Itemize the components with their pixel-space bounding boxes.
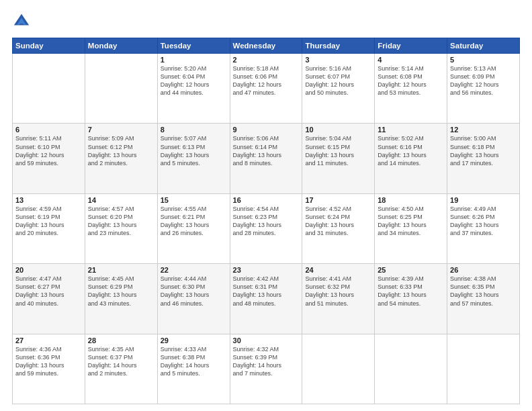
day-number: 8	[161, 126, 227, 134]
day-number: 2	[233, 56, 300, 64]
calendar-cell: 7Sunrise: 5:09 AM Sunset: 6:12 PM Daylig…	[85, 124, 157, 193]
day-number: 3	[305, 56, 371, 64]
calendar-header-sunday: Sunday	[13, 38, 85, 54]
calendar-cell: 22Sunrise: 4:44 AM Sunset: 6:30 PM Dayli…	[157, 264, 230, 334]
calendar-cell: 10Sunrise: 5:04 AM Sunset: 6:15 PM Dayli…	[302, 124, 375, 193]
calendar-header-monday: Monday	[85, 38, 157, 54]
calendar-cell	[13, 54, 85, 124]
calendar-cell: 2Sunrise: 5:18 AM Sunset: 6:06 PM Daylig…	[230, 54, 302, 124]
day-number: 22	[161, 266, 227, 274]
day-number: 30	[233, 336, 300, 345]
day-info: Sunrise: 5:13 AM Sunset: 6:09 PM Dayligh…	[450, 64, 517, 97]
calendar-week-5: 27Sunrise: 4:36 AM Sunset: 6:36 PM Dayli…	[13, 334, 520, 404]
day-number: 29	[161, 336, 227, 345]
day-number: 15	[161, 196, 227, 204]
day-number: 5	[450, 56, 517, 64]
calendar-cell: 3Sunrise: 5:16 AM Sunset: 6:07 PM Daylig…	[302, 54, 375, 124]
calendar-cell: 26Sunrise: 4:38 AM Sunset: 6:35 PM Dayli…	[447, 264, 520, 334]
day-info: Sunrise: 4:35 AM Sunset: 6:37 PM Dayligh…	[88, 345, 154, 378]
calendar-cell: 12Sunrise: 5:00 AM Sunset: 6:18 PM Dayli…	[447, 124, 520, 193]
day-number: 25	[378, 266, 444, 274]
calendar-cell: 14Sunrise: 4:57 AM Sunset: 6:20 PM Dayli…	[85, 193, 157, 263]
day-number: 23	[233, 266, 300, 274]
day-info: Sunrise: 4:59 AM Sunset: 6:19 PM Dayligh…	[15, 205, 82, 238]
day-number: 7	[88, 126, 154, 134]
day-number: 27	[15, 336, 82, 345]
calendar-header-thursday: Thursday	[302, 38, 375, 54]
calendar-cell: 4Sunrise: 5:14 AM Sunset: 6:08 PM Daylig…	[375, 54, 447, 124]
calendar-cell: 23Sunrise: 4:42 AM Sunset: 6:31 PM Dayli…	[230, 264, 302, 334]
calendar-cell: 21Sunrise: 4:45 AM Sunset: 6:29 PM Dayli…	[85, 264, 157, 334]
day-info: Sunrise: 4:39 AM Sunset: 6:33 PM Dayligh…	[378, 275, 444, 308]
day-number: 4	[378, 56, 444, 64]
calendar-cell	[85, 54, 157, 124]
day-info: Sunrise: 5:00 AM Sunset: 6:18 PM Dayligh…	[450, 134, 517, 167]
calendar-cell: 17Sunrise: 4:52 AM Sunset: 6:24 PM Dayli…	[302, 193, 375, 263]
calendar-cell: 29Sunrise: 4:33 AM Sunset: 6:38 PM Dayli…	[157, 334, 230, 404]
calendar-cell: 19Sunrise: 4:49 AM Sunset: 6:26 PM Dayli…	[447, 193, 520, 263]
day-info: Sunrise: 4:57 AM Sunset: 6:20 PM Dayligh…	[88, 205, 154, 238]
calendar-cell: 18Sunrise: 4:50 AM Sunset: 6:25 PM Dayli…	[375, 193, 447, 263]
calendar-cell: 13Sunrise: 4:59 AM Sunset: 6:19 PM Dayli…	[13, 193, 85, 263]
calendar-cell: 15Sunrise: 4:55 AM Sunset: 6:21 PM Dayli…	[157, 193, 230, 263]
logo	[12, 12, 34, 31]
calendar-cell	[302, 334, 375, 404]
day-number: 28	[88, 336, 154, 345]
calendar-week-1: 1Sunrise: 5:20 AM Sunset: 6:04 PM Daylig…	[13, 54, 520, 124]
calendar-cell: 1Sunrise: 5:20 AM Sunset: 6:04 PM Daylig…	[157, 54, 230, 124]
calendar-cell	[447, 334, 520, 404]
calendar-header-wednesday: Wednesday	[230, 38, 302, 54]
day-info: Sunrise: 5:07 AM Sunset: 6:13 PM Dayligh…	[161, 134, 227, 167]
day-number: 6	[15, 126, 82, 134]
calendar-cell: 25Sunrise: 4:39 AM Sunset: 6:33 PM Dayli…	[375, 264, 447, 334]
calendar-cell: 9Sunrise: 5:06 AM Sunset: 6:14 PM Daylig…	[230, 124, 302, 193]
day-number: 19	[450, 196, 517, 204]
day-info: Sunrise: 5:09 AM Sunset: 6:12 PM Dayligh…	[88, 134, 154, 167]
calendar-cell: 20Sunrise: 4:47 AM Sunset: 6:27 PM Dayli…	[13, 264, 85, 334]
day-number: 11	[378, 126, 444, 134]
calendar-header-tuesday: Tuesday	[157, 38, 230, 54]
day-info: Sunrise: 5:02 AM Sunset: 6:16 PM Dayligh…	[378, 134, 444, 167]
calendar-cell: 11Sunrise: 5:02 AM Sunset: 6:16 PM Dayli…	[375, 124, 447, 193]
day-number: 20	[15, 266, 82, 274]
day-info: Sunrise: 5:20 AM Sunset: 6:04 PM Dayligh…	[161, 64, 227, 97]
day-info: Sunrise: 4:55 AM Sunset: 6:21 PM Dayligh…	[161, 205, 227, 238]
calendar-cell: 28Sunrise: 4:35 AM Sunset: 6:37 PM Dayli…	[85, 334, 157, 404]
day-number: 12	[450, 126, 517, 134]
day-info: Sunrise: 4:38 AM Sunset: 6:35 PM Dayligh…	[450, 275, 517, 308]
day-info: Sunrise: 5:16 AM Sunset: 6:07 PM Dayligh…	[305, 64, 371, 97]
day-info: Sunrise: 4:33 AM Sunset: 6:38 PM Dayligh…	[161, 345, 227, 378]
day-number: 14	[88, 196, 154, 204]
calendar-header-friday: Friday	[375, 38, 447, 54]
calendar-header-saturday: Saturday	[447, 38, 520, 54]
day-info: Sunrise: 4:42 AM Sunset: 6:31 PM Dayligh…	[233, 275, 300, 308]
calendar-week-4: 20Sunrise: 4:47 AM Sunset: 6:27 PM Dayli…	[13, 264, 520, 334]
day-info: Sunrise: 5:18 AM Sunset: 6:06 PM Dayligh…	[233, 64, 300, 97]
calendar-header-row: SundayMondayTuesdayWednesdayThursdayFrid…	[13, 38, 520, 54]
day-info: Sunrise: 4:44 AM Sunset: 6:30 PM Dayligh…	[161, 275, 227, 308]
day-number: 10	[305, 126, 371, 134]
logo-icon	[12, 12, 31, 31]
day-info: Sunrise: 4:50 AM Sunset: 6:25 PM Dayligh…	[378, 205, 444, 238]
day-info: Sunrise: 5:11 AM Sunset: 6:10 PM Dayligh…	[15, 134, 82, 167]
day-info: Sunrise: 5:14 AM Sunset: 6:08 PM Dayligh…	[378, 64, 444, 97]
calendar-cell	[375, 334, 447, 404]
day-number: 1	[161, 56, 227, 64]
day-number: 18	[378, 196, 444, 204]
calendar-cell: 6Sunrise: 5:11 AM Sunset: 6:10 PM Daylig…	[13, 124, 85, 193]
day-info: Sunrise: 5:04 AM Sunset: 6:15 PM Dayligh…	[305, 134, 371, 167]
day-number: 26	[450, 266, 517, 274]
calendar-cell: 16Sunrise: 4:54 AM Sunset: 6:23 PM Dayli…	[230, 193, 302, 263]
day-info: Sunrise: 4:32 AM Sunset: 6:39 PM Dayligh…	[233, 345, 300, 378]
calendar-table: SundayMondayTuesdayWednesdayThursdayFrid…	[12, 38, 520, 404]
page: SundayMondayTuesdayWednesdayThursdayFrid…	[0, 0, 532, 411]
day-number: 24	[305, 266, 371, 274]
day-info: Sunrise: 4:52 AM Sunset: 6:24 PM Dayligh…	[305, 205, 371, 238]
day-number: 16	[233, 196, 300, 204]
day-info: Sunrise: 4:41 AM Sunset: 6:32 PM Dayligh…	[305, 275, 371, 308]
header	[12, 12, 520, 31]
day-number: 13	[15, 196, 82, 204]
calendar-cell: 24Sunrise: 4:41 AM Sunset: 6:32 PM Dayli…	[302, 264, 375, 334]
day-number: 21	[88, 266, 154, 274]
day-number: 9	[233, 126, 300, 134]
